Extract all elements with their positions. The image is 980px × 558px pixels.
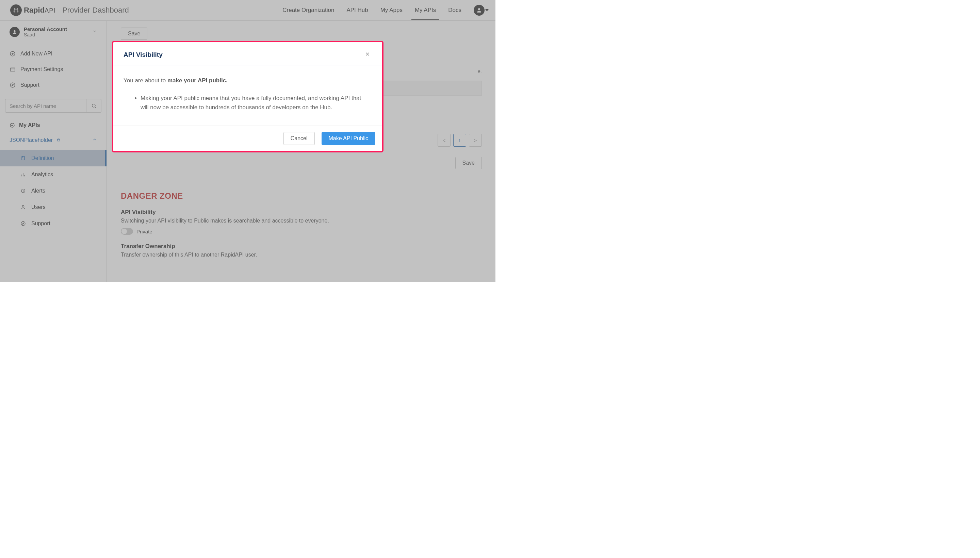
close-icon: [364, 51, 371, 57]
modal-title: API Visibility: [123, 51, 163, 59]
modal-body-text: You are about to make your API public.: [123, 76, 372, 85]
api-visibility-modal: API Visibility You are about to make you…: [113, 42, 382, 151]
modal-close-button[interactable]: [363, 50, 372, 59]
modal-bullet: Making your API public means that you ha…: [141, 94, 372, 112]
make-api-public-button[interactable]: Make API Public: [322, 132, 376, 145]
modal-overlay: API Visibility You are about to make you…: [0, 0, 496, 282]
cancel-button[interactable]: Cancel: [284, 132, 315, 145]
